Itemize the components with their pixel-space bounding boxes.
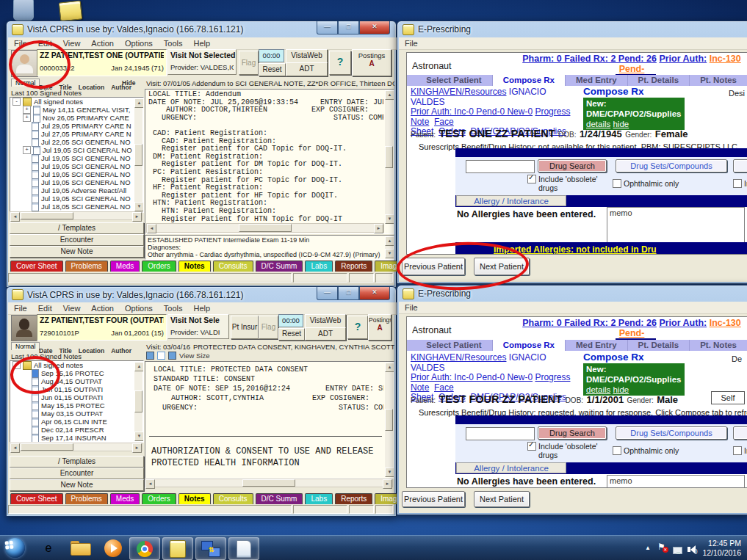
scroll-thumb[interactable] (385, 146, 393, 168)
note-tree-item[interactable]: Jul 19,05 SCI GENERAL NO (10, 194, 143, 203)
encounter-vscrollbar[interactable]: ▲ ▼ (385, 236, 393, 258)
rx-tab[interactable]: Pt. Details (628, 75, 690, 86)
progress-note-link-1[interactable]: Progress (535, 106, 570, 117)
taskbar-notepad-icon[interactable] (228, 537, 259, 560)
scroll-right-arrow[interactable]: ► (383, 479, 392, 489)
vistaweb-button[interactable]: VistaWeb (286, 49, 328, 63)
collapse-box[interactable]: - (12, 98, 21, 106)
taskbar-explorer-icon[interactable] (66, 537, 95, 559)
menu-item[interactable]: Tools (164, 39, 183, 48)
pt-insur-button[interactable]: Pt Insur (231, 316, 259, 339)
close-button[interactable]: ✕ (359, 287, 390, 300)
prior-auth-link[interactable]: Prior Auth: (659, 318, 707, 328)
chart-tab[interactable]: D/C Summ (256, 493, 303, 504)
chart-tab[interactable]: D/C Summ (256, 261, 303, 272)
scroll-right-arrow[interactable]: ► (132, 212, 142, 222)
chart-tab[interactable]: Problems (65, 261, 108, 272)
obsolete-checkbox[interactable] (527, 175, 536, 183)
previous-patient-button[interactable]: Previous Patient (402, 258, 465, 275)
drug-sets-button[interactable]: Drug Sets/Compounds (616, 159, 727, 172)
note-tree-item[interactable]: May 03,15 OUTPAT (10, 410, 143, 418)
tree-root[interactable]: - All signed notes (10, 361, 143, 369)
encounter-button[interactable]: Encounter (10, 468, 144, 479)
flag-button[interactable]: Flag (259, 316, 278, 339)
insulin-checkbox[interactable] (733, 179, 742, 188)
rx-tab[interactable]: Select Patient (416, 75, 492, 86)
menu-item[interactable]: View (63, 39, 81, 48)
note-tree-item[interactable]: Jul 22,05 SCI GENERAL NO (10, 138, 143, 146)
maximize-button[interactable]: □ (338, 287, 359, 300)
cprs-b-note-content[interactable]: LOCAL TITLE: PROTECTED DATA CONSENT STAN… (145, 361, 394, 479)
face-sheet-link-1[interactable]: Face (434, 382, 454, 393)
progress-note-link-2[interactable]: Note (411, 117, 429, 127)
patient-id-panel[interactable]: ZZ PATIENT,TEST FOUR (OUTPATIENT) 729010… (37, 314, 167, 341)
tree-hscrollbar[interactable]: ◄ ► (10, 211, 142, 220)
scroll-down-arrow[interactable]: ▼ (385, 249, 394, 258)
chart-tab[interactable]: Reports (335, 493, 372, 504)
scroll-up-arrow[interactable]: ▲ (385, 236, 394, 246)
scroll-down-arrow[interactable]: ▼ (385, 214, 394, 224)
note-tree-item[interactable]: Sep 15,16 PROTEC (10, 369, 143, 377)
patient-id-panel[interactable]: ZZ PATIENT,TEST ONE (OUTPATIENT) 0000033… (37, 49, 167, 76)
sort-column[interactable]: Location (79, 347, 104, 354)
memo-textarea[interactable]: memo (607, 475, 745, 488)
expand-box[interactable]: + (23, 106, 31, 114)
scroll-thumb[interactable] (21, 443, 73, 451)
view-icon-2[interactable] (157, 352, 165, 360)
pharm-counts-link[interactable]: Pharm: 0 Failed Rx: 2 Pend: 26 (522, 54, 657, 64)
tray-clock[interactable]: 12:45 PM 12/10/2016 (702, 539, 741, 558)
view-icon-1[interactable] (146, 352, 154, 360)
note-tree-item[interactable]: Aug 04,15 OUTPAT (10, 377, 143, 385)
action-center-flag-icon[interactable]: ⚑✕ (657, 542, 665, 552)
scroll-up-arrow[interactable]: ▲ (134, 362, 144, 371)
hide-toggle[interactable]: Hide (122, 79, 135, 87)
taskbar-wmp-icon[interactable] (98, 537, 128, 559)
scroll-thumb[interactable] (21, 212, 73, 219)
note-vscrollbar[interactable]: ▲ ▼ (385, 90, 393, 224)
tree-root[interactable]: - All signed notes (10, 98, 143, 106)
chart-tab[interactable]: Labs (305, 493, 333, 504)
scroll-up-arrow[interactable]: ▲ (385, 363, 394, 372)
note-tree-item[interactable]: Jul 19,05 SCI GENERAL NO (10, 162, 143, 170)
network-icon[interactable] (673, 544, 682, 557)
menu-item-file[interactable]: File (405, 39, 418, 48)
chart-tab[interactable]: Cover Sheet (10, 493, 63, 504)
cprs-a-note-content[interactable]: LOCAL TITLE: Addendum DATE OF NOTE: JUL … (145, 89, 394, 234)
chart-tab[interactable]: Orders (142, 261, 176, 272)
chart-tab[interactable]: Notes (178, 261, 211, 272)
scroll-right-arrow[interactable]: ► (132, 443, 142, 453)
note-tree-item[interactable]: + Jul 19,05 SCI GENERAL NO (10, 146, 143, 154)
allergy-tab[interactable]: Allergy / Intolerance (456, 462, 566, 473)
insulin-checkbox[interactable] (733, 446, 742, 455)
drug-search-input[interactable] (466, 427, 535, 440)
scroll-down-arrow[interactable]: ▼ (134, 432, 144, 441)
note-tree-item[interactable]: Jul 19,05 Adverse React/All (10, 186, 143, 194)
menu-item-file[interactable]: File (405, 303, 418, 312)
kinghaven-link[interactable]: KINGHAVEN/Resources (411, 87, 506, 97)
prior-auth-detail-link[interactable]: Prior Auth: Inc-0 Pend-0 New-0 (411, 106, 533, 117)
menu-item[interactable]: View (63, 304, 81, 313)
drug-search-button[interactable]: Drug Search (538, 159, 607, 172)
rx-tab[interactable]: Compose Rx (493, 75, 566, 86)
rx-a-titlebar[interactable]: E-Prescribing (397, 21, 747, 37)
previous-patient-button[interactable]: Previous Patient (402, 491, 465, 507)
next-patient-button[interactable]: Next Patient (474, 491, 530, 507)
chart-tab[interactable]: Cover Sheet (10, 261, 63, 272)
menu-item[interactable]: Help (194, 304, 211, 313)
expand-box[interactable]: + (23, 114, 31, 122)
menu-item[interactable]: Action (91, 39, 114, 48)
reset-button[interactable]: Reset (259, 63, 286, 76)
menu-item[interactable]: Edit (38, 304, 52, 313)
pharm-counts-link[interactable]: Pharm: 0 Failed Rx: 2 Pend: 26 (522, 318, 657, 328)
scroll-left-arrow[interactable]: ◄ (10, 443, 20, 453)
note-tree-item[interactable]: + Nov 26,05 PRIMARY CARE (10, 114, 143, 122)
scroll-right-arrow[interactable]: ► (374, 224, 383, 233)
menu-item[interactable]: File (14, 39, 27, 48)
chart-tab[interactable]: Meds (110, 493, 140, 504)
rx-tab[interactable]: Med Entry (566, 340, 628, 351)
scroll-up-arrow[interactable]: ▲ (385, 90, 394, 100)
chart-tab[interactable]: Labs (305, 261, 333, 272)
chart-tab[interactable]: Consults (213, 261, 253, 272)
note-tree-item[interactable]: Jul 19,05 SCI GENERAL NO (10, 170, 143, 178)
menu-item[interactable]: Edit (38, 39, 52, 48)
